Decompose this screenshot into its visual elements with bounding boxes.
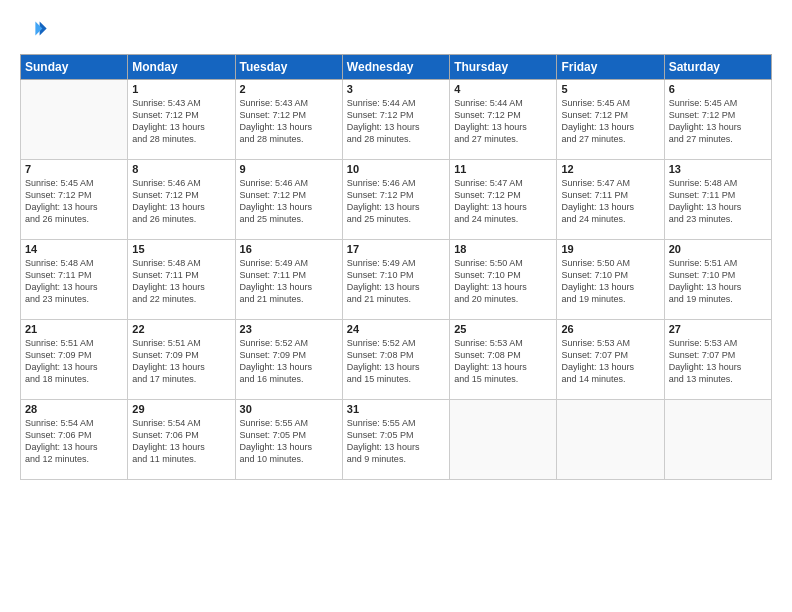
calendar-cell: 14Sunrise: 5:48 AM Sunset: 7:11 PM Dayli… xyxy=(21,240,128,320)
day-number: 15 xyxy=(132,243,230,255)
calendar-cell xyxy=(664,400,771,480)
day-number: 4 xyxy=(454,83,552,95)
day-number: 24 xyxy=(347,323,445,335)
day-info: Sunrise: 5:49 AM Sunset: 7:10 PM Dayligh… xyxy=(347,257,445,306)
weekday-friday: Friday xyxy=(557,55,664,80)
calendar-cell: 23Sunrise: 5:52 AM Sunset: 7:09 PM Dayli… xyxy=(235,320,342,400)
day-info: Sunrise: 5:55 AM Sunset: 7:05 PM Dayligh… xyxy=(240,417,338,466)
calendar-week-row: 21Sunrise: 5:51 AM Sunset: 7:09 PM Dayli… xyxy=(21,320,772,400)
day-number: 9 xyxy=(240,163,338,175)
day-number: 8 xyxy=(132,163,230,175)
day-info: Sunrise: 5:43 AM Sunset: 7:12 PM Dayligh… xyxy=(240,97,338,146)
day-info: Sunrise: 5:48 AM Sunset: 7:11 PM Dayligh… xyxy=(25,257,123,306)
weekday-saturday: Saturday xyxy=(664,55,771,80)
day-number: 14 xyxy=(25,243,123,255)
day-info: Sunrise: 5:50 AM Sunset: 7:10 PM Dayligh… xyxy=(561,257,659,306)
day-info: Sunrise: 5:48 AM Sunset: 7:11 PM Dayligh… xyxy=(669,177,767,226)
calendar-cell: 2Sunrise: 5:43 AM Sunset: 7:12 PM Daylig… xyxy=(235,80,342,160)
day-number: 2 xyxy=(240,83,338,95)
calendar-header: SundayMondayTuesdayWednesdayThursdayFrid… xyxy=(21,55,772,80)
day-info: Sunrise: 5:54 AM Sunset: 7:06 PM Dayligh… xyxy=(25,417,123,466)
calendar-cell: 3Sunrise: 5:44 AM Sunset: 7:12 PM Daylig… xyxy=(342,80,449,160)
weekday-wednesday: Wednesday xyxy=(342,55,449,80)
calendar-cell: 8Sunrise: 5:46 AM Sunset: 7:12 PM Daylig… xyxy=(128,160,235,240)
weekday-tuesday: Tuesday xyxy=(235,55,342,80)
day-number: 11 xyxy=(454,163,552,175)
day-number: 6 xyxy=(669,83,767,95)
calendar-cell: 20Sunrise: 5:51 AM Sunset: 7:10 PM Dayli… xyxy=(664,240,771,320)
calendar-cell: 27Sunrise: 5:53 AM Sunset: 7:07 PM Dayli… xyxy=(664,320,771,400)
day-info: Sunrise: 5:45 AM Sunset: 7:12 PM Dayligh… xyxy=(669,97,767,146)
day-number: 20 xyxy=(669,243,767,255)
day-number: 7 xyxy=(25,163,123,175)
calendar-cell: 26Sunrise: 5:53 AM Sunset: 7:07 PM Dayli… xyxy=(557,320,664,400)
day-info: Sunrise: 5:45 AM Sunset: 7:12 PM Dayligh… xyxy=(25,177,123,226)
calendar-table: SundayMondayTuesdayWednesdayThursdayFrid… xyxy=(20,54,772,480)
logo xyxy=(20,16,52,44)
calendar-week-row: 14Sunrise: 5:48 AM Sunset: 7:11 PM Dayli… xyxy=(21,240,772,320)
day-info: Sunrise: 5:53 AM Sunset: 7:07 PM Dayligh… xyxy=(669,337,767,386)
day-number: 3 xyxy=(347,83,445,95)
day-number: 23 xyxy=(240,323,338,335)
day-number: 16 xyxy=(240,243,338,255)
calendar-cell: 15Sunrise: 5:48 AM Sunset: 7:11 PM Dayli… xyxy=(128,240,235,320)
day-info: Sunrise: 5:52 AM Sunset: 7:09 PM Dayligh… xyxy=(240,337,338,386)
day-info: Sunrise: 5:50 AM Sunset: 7:10 PM Dayligh… xyxy=(454,257,552,306)
page: SundayMondayTuesdayWednesdayThursdayFrid… xyxy=(0,0,792,612)
day-info: Sunrise: 5:47 AM Sunset: 7:12 PM Dayligh… xyxy=(454,177,552,226)
calendar-cell: 21Sunrise: 5:51 AM Sunset: 7:09 PM Dayli… xyxy=(21,320,128,400)
weekday-monday: Monday xyxy=(128,55,235,80)
day-info: Sunrise: 5:51 AM Sunset: 7:09 PM Dayligh… xyxy=(132,337,230,386)
calendar-cell: 18Sunrise: 5:50 AM Sunset: 7:10 PM Dayli… xyxy=(450,240,557,320)
day-number: 29 xyxy=(132,403,230,415)
calendar-cell: 9Sunrise: 5:46 AM Sunset: 7:12 PM Daylig… xyxy=(235,160,342,240)
calendar-cell: 19Sunrise: 5:50 AM Sunset: 7:10 PM Dayli… xyxy=(557,240,664,320)
weekday-header-row: SundayMondayTuesdayWednesdayThursdayFrid… xyxy=(21,55,772,80)
calendar-cell: 25Sunrise: 5:53 AM Sunset: 7:08 PM Dayli… xyxy=(450,320,557,400)
calendar-cell: 7Sunrise: 5:45 AM Sunset: 7:12 PM Daylig… xyxy=(21,160,128,240)
day-number: 28 xyxy=(25,403,123,415)
calendar-body: 1Sunrise: 5:43 AM Sunset: 7:12 PM Daylig… xyxy=(21,80,772,480)
calendar-cell: 10Sunrise: 5:46 AM Sunset: 7:12 PM Dayli… xyxy=(342,160,449,240)
logo-icon xyxy=(20,16,48,44)
day-info: Sunrise: 5:52 AM Sunset: 7:08 PM Dayligh… xyxy=(347,337,445,386)
day-info: Sunrise: 5:55 AM Sunset: 7:05 PM Dayligh… xyxy=(347,417,445,466)
day-number: 18 xyxy=(454,243,552,255)
calendar-week-row: 7Sunrise: 5:45 AM Sunset: 7:12 PM Daylig… xyxy=(21,160,772,240)
day-info: Sunrise: 5:46 AM Sunset: 7:12 PM Dayligh… xyxy=(240,177,338,226)
day-info: Sunrise: 5:51 AM Sunset: 7:09 PM Dayligh… xyxy=(25,337,123,386)
day-number: 19 xyxy=(561,243,659,255)
calendar-cell: 6Sunrise: 5:45 AM Sunset: 7:12 PM Daylig… xyxy=(664,80,771,160)
day-number: 13 xyxy=(669,163,767,175)
weekday-thursday: Thursday xyxy=(450,55,557,80)
calendar-cell: 29Sunrise: 5:54 AM Sunset: 7:06 PM Dayli… xyxy=(128,400,235,480)
day-info: Sunrise: 5:53 AM Sunset: 7:07 PM Dayligh… xyxy=(561,337,659,386)
calendar-cell: 30Sunrise: 5:55 AM Sunset: 7:05 PM Dayli… xyxy=(235,400,342,480)
calendar-week-row: 1Sunrise: 5:43 AM Sunset: 7:12 PM Daylig… xyxy=(21,80,772,160)
calendar-cell xyxy=(21,80,128,160)
calendar-cell: 5Sunrise: 5:45 AM Sunset: 7:12 PM Daylig… xyxy=(557,80,664,160)
day-number: 30 xyxy=(240,403,338,415)
day-number: 10 xyxy=(347,163,445,175)
day-info: Sunrise: 5:44 AM Sunset: 7:12 PM Dayligh… xyxy=(347,97,445,146)
day-number: 25 xyxy=(454,323,552,335)
day-number: 22 xyxy=(132,323,230,335)
day-info: Sunrise: 5:46 AM Sunset: 7:12 PM Dayligh… xyxy=(347,177,445,226)
day-number: 1 xyxy=(132,83,230,95)
day-info: Sunrise: 5:47 AM Sunset: 7:11 PM Dayligh… xyxy=(561,177,659,226)
day-info: Sunrise: 5:54 AM Sunset: 7:06 PM Dayligh… xyxy=(132,417,230,466)
day-number: 12 xyxy=(561,163,659,175)
day-number: 26 xyxy=(561,323,659,335)
calendar-cell xyxy=(450,400,557,480)
calendar-cell: 16Sunrise: 5:49 AM Sunset: 7:11 PM Dayli… xyxy=(235,240,342,320)
calendar-cell: 11Sunrise: 5:47 AM Sunset: 7:12 PM Dayli… xyxy=(450,160,557,240)
day-info: Sunrise: 5:48 AM Sunset: 7:11 PM Dayligh… xyxy=(132,257,230,306)
day-number: 21 xyxy=(25,323,123,335)
calendar-cell: 22Sunrise: 5:51 AM Sunset: 7:09 PM Dayli… xyxy=(128,320,235,400)
weekday-sunday: Sunday xyxy=(21,55,128,80)
day-info: Sunrise: 5:49 AM Sunset: 7:11 PM Dayligh… xyxy=(240,257,338,306)
header xyxy=(20,16,772,44)
calendar-cell: 31Sunrise: 5:55 AM Sunset: 7:05 PM Dayli… xyxy=(342,400,449,480)
calendar-cell: 28Sunrise: 5:54 AM Sunset: 7:06 PM Dayli… xyxy=(21,400,128,480)
day-number: 27 xyxy=(669,323,767,335)
